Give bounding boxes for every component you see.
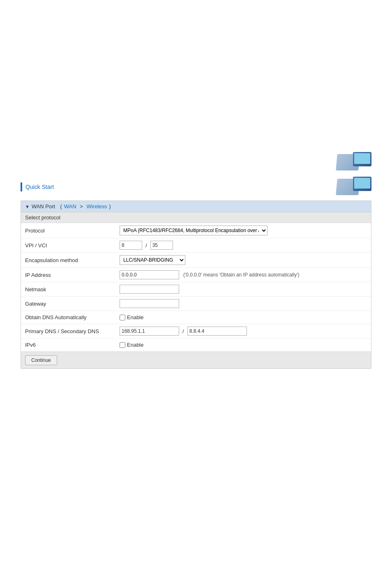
netmask-control bbox=[120, 285, 367, 294]
quick-start-title: Quick Start bbox=[21, 182, 54, 191]
ipv6-enable-text: Enable bbox=[127, 342, 143, 348]
encapsulation-control: LLC/SNAP-BRIDGING bbox=[120, 255, 367, 265]
obtain-dns-checkbox-label[interactable]: Enable bbox=[120, 314, 143, 320]
vpi-vci-control: / bbox=[120, 241, 367, 250]
quick-start-header: Quick Start bbox=[21, 177, 371, 197]
vpi-input[interactable] bbox=[120, 241, 142, 250]
page-wrapper: Quick Start ▼ WAN Port ( WAN > W bbox=[0, 0, 392, 571]
obtain-dns-checkbox[interactable] bbox=[120, 315, 125, 320]
wan-port-label: WAN Port bbox=[32, 203, 55, 210]
secondary-dns-input[interactable] bbox=[187, 327, 247, 336]
wan-port-separator: ( bbox=[57, 203, 62, 210]
continue-button[interactable]: Continue bbox=[25, 355, 57, 365]
blue-accent-bar bbox=[21, 182, 22, 191]
vpi-vci-row: VPI / VCI / bbox=[21, 238, 371, 253]
vci-input[interactable] bbox=[150, 241, 173, 250]
header-area bbox=[0, 0, 392, 177]
wan-link[interactable]: WAN bbox=[64, 203, 76, 210]
dns-label: Primary DNS / Secondary DNS bbox=[25, 328, 120, 334]
wan-port-section-header: ▼ WAN Port ( WAN > Wireless ) bbox=[21, 201, 371, 212]
ip-address-row: IP Address ('0.0.0.0' means 'Obtain an I… bbox=[21, 268, 371, 282]
vpi-vci-label: VPI / VCI bbox=[25, 242, 120, 249]
protocol-select[interactable]: MPoA (RFC1483/RFC2684, Multiprotocol Enc… bbox=[120, 226, 267, 235]
header-graphic-right bbox=[318, 177, 371, 197]
obtain-dns-row: Obtain DNS Automatically Enable bbox=[21, 311, 371, 324]
ipv6-label: IPv6 bbox=[25, 342, 120, 348]
encapsulation-label: Encapsulation method bbox=[25, 257, 120, 263]
ip-address-control: ('0.0.0.0' means 'Obtain an IP address a… bbox=[120, 270, 367, 279]
quick-start-container: Quick Start ▼ WAN Port ( WAN > W bbox=[21, 177, 371, 369]
gateway-control bbox=[120, 299, 367, 308]
wan-close-paren: ) bbox=[109, 203, 111, 210]
netmask-input[interactable] bbox=[120, 285, 179, 294]
graphic-monitor bbox=[353, 152, 371, 166]
header-decorative-image bbox=[318, 152, 371, 175]
footer-row: Continue bbox=[21, 352, 371, 368]
protocol-row: Protocol MPoA (RFC1483/RFC2684, Multipro… bbox=[21, 223, 371, 238]
obtain-dns-label: Obtain DNS Automatically bbox=[25, 314, 120, 320]
gateway-row: Gateway bbox=[21, 297, 371, 311]
main-table-wrapper: ▼ WAN Port ( WAN > Wireless ) Select pro… bbox=[21, 200, 371, 369]
gateway-input[interactable] bbox=[120, 299, 179, 308]
protocol-label: Protocol bbox=[25, 228, 120, 234]
ip-address-hint: ('0.0.0.0' means 'Obtain an IP address a… bbox=[183, 272, 299, 278]
ipv6-row: IPv6 Enable bbox=[21, 338, 371, 352]
graphic-monitor-screen bbox=[354, 153, 370, 164]
primary-dns-input[interactable] bbox=[120, 327, 179, 336]
netmask-row: Netmask bbox=[21, 282, 371, 297]
select-protocol-label: Select protocol bbox=[25, 214, 60, 221]
encapsulation-row: Encapsulation method LLC/SNAP-BRIDGING bbox=[21, 253, 371, 268]
ipv6-checkbox-label[interactable]: Enable bbox=[120, 342, 143, 348]
wireless-link[interactable]: Wireless bbox=[86, 203, 107, 210]
obtain-dns-control: Enable bbox=[120, 314, 367, 320]
dns-row: Primary DNS / Secondary DNS / bbox=[21, 324, 371, 338]
protocol-control: MPoA (RFC1483/RFC2684, Multiprotocol Enc… bbox=[120, 226, 367, 235]
ip-address-label: IP Address bbox=[25, 272, 120, 278]
ip-address-input[interactable] bbox=[120, 270, 179, 279]
dns-control: / bbox=[120, 327, 367, 336]
select-protocol-subheader: Select protocol bbox=[21, 212, 371, 223]
gateway-label: Gateway bbox=[25, 301, 120, 307]
dns-separator: / bbox=[182, 328, 184, 334]
encapsulation-select[interactable]: LLC/SNAP-BRIDGING bbox=[120, 255, 185, 265]
ipv6-checkbox[interactable] bbox=[120, 342, 125, 348]
quick-start-label: Quick Start bbox=[25, 184, 54, 190]
ipv6-control: Enable bbox=[120, 342, 367, 348]
toggle-icon: ▼ bbox=[25, 204, 30, 209]
netmask-label: Netmask bbox=[25, 286, 120, 292]
obtain-dns-enable-text: Enable bbox=[127, 314, 143, 320]
vpi-vci-separator: / bbox=[145, 242, 147, 249]
wan-arrow: > bbox=[78, 203, 85, 210]
